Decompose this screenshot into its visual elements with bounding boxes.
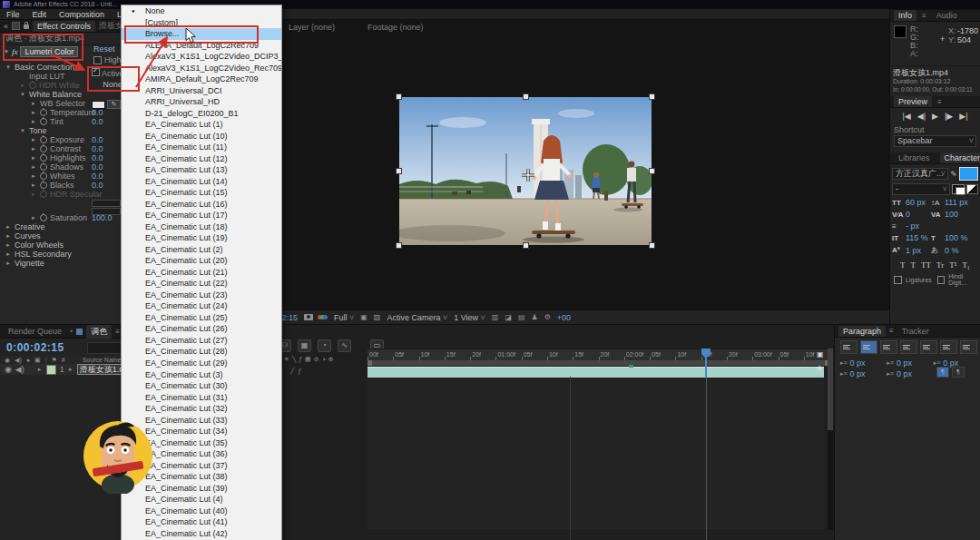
indent-value[interactable]: 0 px (897, 358, 912, 368)
panel-menu-icon[interactable]: ≡ (937, 98, 942, 106)
tab-effect-controls[interactable]: Effect Controls (33, 21, 95, 32)
justify-last-center-icon[interactable] (920, 340, 937, 354)
lut-menu-item[interactable]: EA_Cinematic Lut (18) (122, 221, 281, 233)
camera-dropdown[interactable]: Active Camera (387, 313, 447, 322)
region-of-interest-icon[interactable]: ▣ (360, 313, 368, 321)
resolution-dropdown[interactable]: Full (334, 313, 354, 322)
stopwatch-icon[interactable] (40, 182, 47, 189)
current-time-display[interactable]: 0:00:02:15 (6, 341, 64, 354)
viewer-tab[interactable]: Layer (none) (284, 22, 339, 32)
leading-value[interactable]: 111 px (945, 198, 968, 207)
selection-handle[interactable] (650, 243, 654, 248)
lut-menu-item[interactable]: EA_Cinematic Lut (42) (122, 528, 281, 540)
lut-menu-item[interactable]: EA_Cinematic Lut (2) (122, 244, 281, 256)
twirl-icon[interactable] (20, 83, 26, 88)
justify-last-right-icon[interactable] (940, 340, 957, 354)
lut-menu-item[interactable]: EA_Cinematic Lut (26) (122, 323, 281, 335)
stopwatch-icon[interactable] (40, 136, 47, 143)
selection-handle[interactable] (650, 94, 654, 99)
fill-stroke-swatches[interactable] (952, 184, 965, 194)
active-checkbox[interactable] (92, 68, 100, 76)
font-size-value[interactable]: 60 px (906, 198, 929, 207)
font-style-select[interactable]: - (892, 183, 950, 195)
show-channel-icon[interactable] (319, 315, 328, 319)
tab-paragraph[interactable]: Paragraph (838, 326, 886, 337)
lut-menu-item[interactable]: ALEXA_Default_LogC2Rec709 (122, 40, 281, 52)
font-family-select[interactable]: 方正汉真广... (892, 168, 948, 180)
selection-handle[interactable] (397, 243, 401, 248)
lut-menu-item[interactable]: AlexaV3_K1S1_LogC2Video_Rec709_EE (122, 63, 281, 74)
twirl-icon[interactable] (20, 128, 26, 133)
indent-field[interactable]: ▸≡ 0 px (840, 369, 883, 378)
property-value[interactable]: 0.0 (92, 144, 103, 153)
viewer-tab[interactable]: Footage (none) (363, 22, 428, 32)
align-right-icon[interactable] (880, 340, 897, 354)
motion-blur-toggle-icon[interactable]: ◔ (318, 339, 331, 352)
indent-value[interactable]: 0 px (897, 369, 912, 378)
lut-menu-item[interactable]: EA_Cinematic Lut (40) (122, 506, 281, 517)
view-layout-dropdown[interactable]: 1 View (454, 313, 485, 322)
tab-preview[interactable]: Preview (894, 96, 932, 107)
lut-menu-item[interactable]: EA_Cinematic Lut (15) (122, 187, 281, 199)
lut-menu-item[interactable]: EA_Cinematic Lut (29) (122, 358, 281, 369)
stopwatch-icon[interactable] (40, 172, 47, 180)
lut-menu-item[interactable]: EA_Cinematic Lut (11) (122, 142, 281, 153)
fill-color-swatch[interactable] (959, 167, 978, 181)
stopwatch-icon[interactable] (40, 109, 47, 116)
layer-label-swatch[interactable] (46, 365, 56, 375)
type-style-button[interactable]: Tr (936, 260, 944, 270)
selection-handle[interactable] (524, 94, 528, 99)
stopwatch-icon[interactable] (40, 118, 47, 125)
swap-colors-icon[interactable] (966, 184, 978, 194)
stopwatch-icon[interactable] (40, 145, 47, 152)
twirl-icon[interactable] (31, 173, 37, 179)
menu-item[interactable]: File (0, 10, 26, 19)
lut-menu-item[interactable]: EA_Cinematic Lut (25) (122, 312, 281, 324)
lut-menu-item[interactable]: EA_Cinematic Lut (24) (122, 300, 281, 312)
twirl-icon[interactable] (5, 233, 12, 239)
video-frame[interactable] (399, 97, 652, 245)
transport-button[interactable]: ▶ (932, 112, 938, 121)
tab-info[interactable]: Info (894, 10, 916, 21)
lut-menu-item[interactable]: EA_Cinematic Lut (10) (122, 131, 281, 142)
tab-tracker[interactable]: Tracker (897, 326, 934, 337)
tracking-value[interactable]: 100 (945, 210, 958, 219)
indent-value[interactable]: 0 px (850, 358, 866, 368)
kerning-value[interactable]: 0 (906, 210, 929, 219)
tsume-value[interactable]: 0 % (945, 246, 959, 255)
shortcut-select[interactable]: Spacebar (894, 135, 976, 147)
lut-menu-item[interactable]: EA_Cinematic Lut (21) (122, 267, 281, 279)
lut-menu-item[interactable]: Browse... (122, 28, 281, 40)
twirl-icon[interactable] (5, 260, 12, 266)
baseline-shift-value[interactable]: 1 px (906, 246, 929, 255)
twirl-icon[interactable] (31, 110, 37, 115)
stopwatch-icon[interactable] (40, 214, 47, 221)
twirl-icon[interactable] (5, 242, 12, 248)
lut-menu-item[interactable]: EA_Cinematic Lut (30) (122, 380, 281, 392)
ligatures-checkbox[interactable] (894, 276, 902, 284)
property-value[interactable]: 0.0 (92, 117, 103, 126)
twirl-icon[interactable] (31, 155, 37, 161)
menu-item[interactable]: Composition (53, 10, 111, 19)
justify-last-left-icon[interactable] (900, 340, 917, 354)
panel-menu-icon[interactable]: ≡ (889, 327, 894, 335)
horizontal-scale-value[interactable]: 100 % (945, 233, 968, 242)
lut-menu-item[interactable]: [Custom] (122, 17, 281, 29)
property-value[interactable]: 0.0 (92, 181, 103, 190)
tab-character[interactable]: Character (940, 152, 980, 163)
selection-handle[interactable] (397, 169, 401, 173)
text-direction-rtl-icon[interactable]: ¶ (952, 367, 965, 378)
frame-blend-toggle-icon[interactable]: ▦ (298, 339, 311, 352)
menu-item[interactable]: Edit (26, 10, 54, 19)
panel-menu-icon[interactable]: ≡ (922, 12, 926, 20)
twirl-icon[interactable] (31, 182, 37, 188)
lut-menu-item[interactable]: AlexaV3_K1S1_LogC2Video_DCIP3_EE (122, 51, 281, 63)
selection-handle[interactable] (650, 169, 654, 173)
lut-menu-item[interactable]: EA_Cinematic Lut (27) (122, 335, 281, 347)
text-direction-ltr-icon[interactable]: ¶ (936, 367, 949, 378)
collapse-icon[interactable]: « (4, 22, 8, 31)
lut-menu-item[interactable]: EA_Cinematic Lut (31) (122, 392, 281, 404)
panel-menu-icon[interactable]: ≡ (115, 328, 120, 336)
lut-menu-item[interactable]: EA_Cinematic Lut (12) (122, 153, 281, 165)
fast-preview-icon[interactable]: ◪ (505, 313, 512, 321)
